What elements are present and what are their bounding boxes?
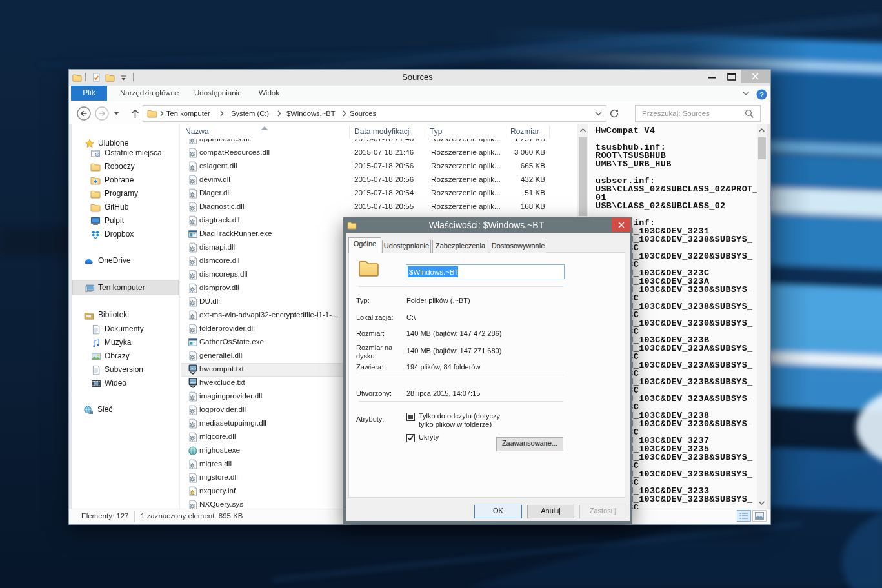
svg-text:?: ?	[759, 91, 764, 99]
